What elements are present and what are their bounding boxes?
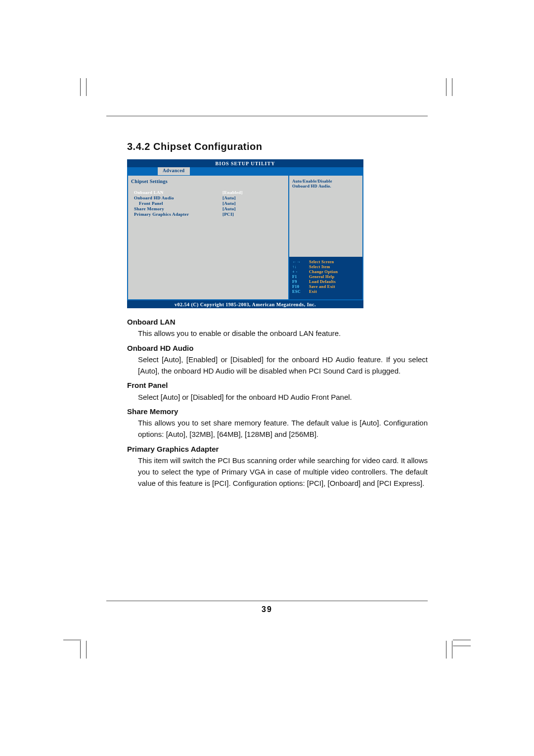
setting-label: Primary Graphics Adapter (131, 212, 222, 217)
bios-tab-advanced: Advanced (158, 167, 190, 175)
descriptions: Onboard LAN This allows you to enable or… (127, 316, 428, 489)
desc-body: Select [Auto] or [Disabled] for the onbo… (138, 391, 428, 403)
bios-screenshot: BIOS SETUP UTILITY Advanced Chipset Sett… (127, 159, 363, 308)
setting-row: Primary Graphics Adapter [PCI] (131, 212, 285, 217)
bottom-rule (106, 601, 428, 601)
setting-row: Onboard HD Audio [Auto] (131, 195, 285, 200)
setting-value: [Enabled] (222, 190, 243, 195)
bios-nav-help: ←→Select Screen ↑↓Select Item + -Change … (289, 257, 362, 299)
setting-label: Onboard HD Audio (131, 195, 222, 200)
help-line: Onboard HD Audio. (292, 184, 359, 189)
top-rule (106, 116, 428, 116)
bios-title-bar: BIOS SETUP UTILITY (127, 159, 363, 167)
desc-body: This item will switch the PCI Bus scanni… (138, 455, 428, 489)
nav-row: F9Load Defaults (292, 280, 359, 284)
setting-label: Onboard LAN (131, 190, 222, 195)
desc-body: This allows you to set share memory feat… (138, 417, 428, 440)
setting-value: [PCI] (222, 212, 234, 217)
desc-title: Onboard HD Audio (127, 342, 428, 354)
setting-value: [Auto] (222, 195, 236, 200)
setting-value: [Auto] (222, 206, 236, 211)
bios-panel-title: Chipset Settings (131, 179, 285, 184)
desc-title: Primary Graphics Adapter (127, 443, 428, 455)
bios-body: Chipset Settings Onboard LAN [Enabled] O… (127, 175, 363, 300)
desc-title: Share Memory (127, 406, 428, 417)
page-number: 39 (106, 605, 428, 614)
desc-body: Select [Auto], [Enabled] or [Disabled] f… (138, 354, 428, 377)
setting-row: Onboard LAN [Enabled] (131, 190, 285, 195)
bios-footer: v02.54 (C) Copyright 1985-2003, American… (127, 300, 363, 308)
nav-row: ↑↓Select Item (292, 265, 359, 269)
nav-row: F1General Help (292, 275, 359, 279)
help-line: Auto/Enable/Disable (292, 179, 359, 184)
setting-row: Share Memory [Auto] (131, 206, 285, 211)
nav-row: ESCExit (292, 289, 359, 294)
page-content: 3.4.2 Chipset Configuration BIOS SETUP U… (106, 116, 428, 489)
footer-area: 39 (106, 601, 428, 614)
desc-title: Front Panel (127, 379, 428, 391)
desc-title: Onboard LAN (127, 316, 428, 328)
section-heading: 3.4.2 Chipset Configuration (127, 141, 428, 152)
bios-tab-bar: Advanced (127, 167, 363, 175)
setting-row: Front Panel [Auto] (131, 201, 285, 206)
desc-body: This allows you to enable or disable the… (138, 328, 428, 339)
bios-help-text: Auto/Enable/Disable Onboard HD Audio. (289, 176, 362, 257)
nav-row: + -Change Option (292, 270, 359, 274)
nav-row: F10Save and Exit (292, 284, 359, 289)
nav-row: ←→Select Screen (292, 260, 359, 264)
bios-help-panel: Auto/Enable/Disable Onboard HD Audio. ←→… (289, 176, 362, 299)
setting-value: [Auto] (222, 201, 236, 206)
setting-label: Front Panel (131, 201, 222, 206)
bios-settings-panel: Chipset Settings Onboard LAN [Enabled] O… (128, 176, 288, 299)
setting-label: Share Memory (131, 206, 222, 211)
